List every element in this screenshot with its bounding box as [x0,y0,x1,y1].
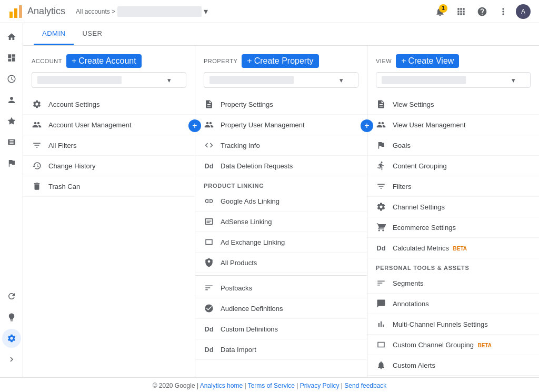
view-settings-icon [376,99,386,109]
ecommerce-settings-item[interactable]: Ecommerce Settings [367,217,539,238]
annotations-item[interactable]: Annotations [367,294,539,314]
chevron-right-icon [7,355,16,364]
account-settings-item[interactable]: Account Settings [23,94,195,115]
sidebar-item-acquisition[interactable] [2,112,21,130]
goals-item[interactable]: Goals [367,135,539,156]
sidebar-item-admin[interactable] [2,329,21,348]
notification-button[interactable]: 1 [432,3,448,20]
create-property-button[interactable]: + Create Property [242,54,318,68]
account-user-management-item[interactable]: Account User Management [23,115,195,135]
data-deletion-item[interactable]: Dd Data Deletion Requests [195,156,367,176]
adsense-linking-item[interactable]: AdSense Linking [195,212,367,232]
custom-definitions-item[interactable]: Dd Custom Definitions [195,319,367,339]
audience-definitions-icon [204,303,214,314]
change-history-item[interactable]: Change History [23,156,195,176]
apps-button[interactable] [453,3,470,20]
trash-can-label: Trash Can [48,183,186,190]
add-view-button[interactable]: + [361,119,373,132]
property-settings-label: Property Settings [221,100,358,108]
account-user-mgmt-label: Account User Management [48,121,186,129]
property-column: Property + Create Property ▾ Property Se… [195,46,367,377]
view-settings-label: View Settings [393,100,531,108]
behavior-icon [7,137,16,147]
sidebar-item-audience[interactable] [2,91,21,109]
main-content: ADMIN USER Account + Create Account ▾ [23,23,539,377]
all-filters-item[interactable]: All Filters [23,135,195,156]
change-history-icon [32,160,42,171]
postbacks-item[interactable]: Postbacks [195,278,367,298]
ad-exchange-linking-label: Ad Exchange Linking [221,238,358,246]
sidebar-item-realtime[interactable] [2,69,21,88]
trash-can-item[interactable]: Trash Can [23,176,195,197]
property-user-mgmt-label: Property User Management [221,121,358,129]
custom-alerts-item[interactable]: Custom Alerts [367,355,539,376]
view-filters-label: Filters [393,183,531,190]
calculated-metrics-item[interactable]: Dd Calculated Metrics BETA [367,238,539,258]
more-options-button[interactable] [495,3,512,20]
data-deletion-label: Data Deletion Requests [221,162,358,170]
ad-exchange-linking-item[interactable]: Ad Exchange Linking [195,232,367,253]
add-property-button[interactable]: + [188,119,201,132]
property-selector-dropdown[interactable]: ▾ [204,72,358,88]
gear-icon [7,334,16,343]
person-icon [7,95,16,105]
property-col-label: Property [204,58,237,64]
view-column: View + Create View ▾ View Settings [367,46,539,377]
account-selector[interactable]: All accounts > ▾ [76,6,208,17]
goals-label: Goals [393,142,531,149]
data-import-item[interactable]: Dd Data Import [195,339,367,360]
all-accounts-link[interactable]: All accounts > [76,8,115,15]
custom-channel-grouping-label: Custom Channel Grouping BETA [393,341,531,349]
view-filters-item[interactable]: Filters [367,176,539,197]
sidebar-item-refresh[interactable] [2,287,21,306]
footer-feedback-link[interactable]: Send feedback [344,382,386,389]
all-products-item[interactable]: All Products [195,253,367,273]
admin-columns: Account + Create Account ▾ Account Setti… [23,46,539,377]
account-user-mgmt-icon [32,119,42,130]
adsense-linking-label: AdSense Linking [221,218,358,226]
sidebar-item-conversions[interactable] [2,154,21,173]
footer-terms-link[interactable]: Terms of Service [248,382,295,389]
account-dropdown-arrow[interactable]: ▾ [204,6,208,16]
tracking-info-label: Tracking Info [221,142,358,149]
account-selector-value [37,76,122,84]
channel-settings-item[interactable]: Channel Settings [367,197,539,217]
sidebar-item-ideas[interactable] [2,308,21,327]
property-settings-item[interactable]: Property Settings [195,94,367,115]
notification-badge: 1 [439,4,447,13]
help-button[interactable] [474,3,491,20]
main-layout: ADMIN USER Account + Create Account ▾ [0,23,539,377]
sidebar-item-home[interactable] [2,27,21,46]
content-grouping-item[interactable]: Content Grouping [367,156,539,176]
view-selector-dropdown[interactable]: ▾ [376,72,531,88]
sidebar-expand-button[interactable] [2,350,21,369]
custom-definitions-icon: Dd [204,324,214,334]
audience-definitions-item[interactable]: Audience Definitions [195,298,367,319]
sidebar-item-behavior[interactable] [2,133,21,152]
account-selector-dropdown[interactable]: ▾ [32,72,186,88]
footer-privacy-link[interactable]: Privacy Policy [300,382,340,389]
property-user-mgmt-item[interactable]: Property User Management [195,115,367,135]
tracking-info-icon [204,140,214,150]
custom-channel-grouping-item[interactable]: Custom Channel Grouping BETA [367,335,539,355]
segments-item[interactable]: Segments [367,273,539,294]
scheduled-emails-item[interactable]: Scheduled Emails [367,376,539,377]
tracking-info-item[interactable]: Tracking Info [195,135,367,156]
view-user-mgmt-item[interactable]: View User Management [367,115,539,135]
header-right: 1 A [432,3,531,20]
more-vert-icon [498,6,508,17]
all-products-label: All Products [221,259,358,267]
create-account-button[interactable]: + Create Account [66,54,142,68]
audience-definitions-label: Audience Definitions [221,305,358,313]
google-ads-linking-item[interactable]: Google Ads Linking [195,191,367,212]
multichannel-funnels-item[interactable]: Multi-Channel Funnels Settings [367,314,539,335]
user-avatar[interactable]: A [516,4,531,19]
account-selector-arrow-icon: ▾ [167,76,171,84]
tab-user[interactable]: USER [74,23,111,45]
content-grouping-icon [376,160,386,171]
tab-admin[interactable]: ADMIN [34,23,74,45]
create-view-button[interactable]: + Create View [396,54,459,68]
footer-analytics-home-link[interactable]: Analytics home [200,382,243,389]
sidebar-item-dashboard[interactable] [2,48,21,67]
view-settings-item[interactable]: View Settings [367,94,539,115]
